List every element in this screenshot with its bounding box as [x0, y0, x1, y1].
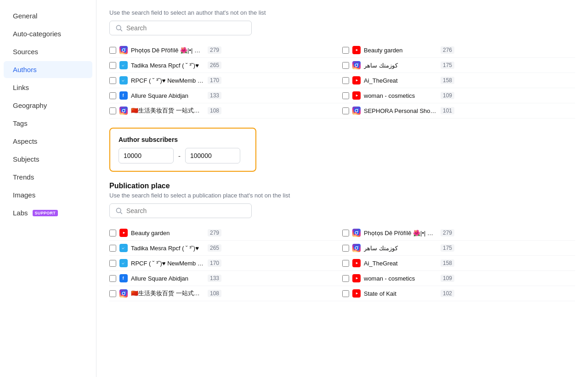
item-checkbox[interactable]	[342, 62, 349, 69]
item-checkbox[interactable]	[109, 290, 116, 297]
sidebar-item-trends[interactable]: Trends	[4, 169, 92, 186]
item-checkbox[interactable]	[342, 77, 349, 84]
item-checkbox[interactable]	[109, 62, 116, 69]
subscribers-range: -	[119, 148, 247, 163]
item-count: 109	[441, 275, 454, 282]
publication-list: Beauty garden279Phọtọs Dě Přöfílě 🌺|•| 🇵…	[109, 225, 575, 301]
item-checkbox[interactable]	[342, 47, 349, 54]
svg-point-10	[357, 63, 358, 64]
authors-search-input[interactable]	[126, 24, 246, 32]
svg-rect-31	[120, 245, 127, 251]
sidebar-item-geography[interactable]: Geography	[4, 97, 92, 114]
item-count: 175	[441, 244, 454, 252]
list-item: SEPHORA Personal Shopper101	[342, 103, 575, 118]
sidebar-item-label: Labs	[13, 209, 28, 217]
item-checkbox[interactable]	[342, 260, 349, 267]
item-name: Allure Square Abidjan	[131, 275, 204, 282]
publication-place-hint: Use the search field to select a publica…	[109, 192, 575, 199]
list-item: State of Kait102	[342, 286, 575, 301]
list-item: woman - cosmetics109	[342, 88, 575, 103]
item-checkbox[interactable]	[109, 92, 116, 99]
item-count: 265	[208, 62, 221, 69]
telegram-icon	[119, 259, 128, 267]
sidebar-item-tags[interactable]: Tags	[4, 115, 92, 132]
item-count: 108	[208, 290, 221, 297]
list-item: fAllure Square Abidjan133	[109, 271, 342, 286]
search-icon-pub	[115, 207, 123, 214]
sidebar-item-sources[interactable]: Sources	[4, 43, 92, 60]
svg-rect-28	[354, 230, 359, 236]
sidebar-item-images[interactable]: Images	[4, 186, 92, 203]
item-name: Tadika Mesra Rpcf ( ˘ ³˘)♥	[131, 62, 204, 69]
sidebar-item-label: General	[13, 12, 37, 20]
item-checkbox[interactable]	[109, 77, 116, 84]
svg-rect-7	[120, 62, 127, 68]
item-name: Tadika Mesra Rpcf ( ˘ ³˘)♥	[131, 245, 204, 252]
item-checkbox[interactable]	[109, 275, 116, 282]
item-checkbox[interactable]	[109, 47, 116, 54]
subscribers-to-input[interactable]	[185, 148, 240, 163]
publication-search-input[interactable]	[126, 207, 246, 214]
item-name: 🇨🇳生活美妆百货 一站式满足...	[131, 289, 204, 298]
svg-rect-32	[354, 245, 359, 251]
item-checkbox[interactable]	[342, 230, 349, 236]
sidebar-item-aspects[interactable]: Aspects	[4, 133, 92, 150]
authors-search-box[interactable]	[109, 21, 252, 35]
svg-point-23	[357, 109, 358, 110]
youtube-icon	[352, 91, 361, 100]
svg-rect-42	[121, 291, 126, 296]
item-checkbox[interactable]	[342, 290, 349, 297]
range-separator: -	[178, 152, 181, 160]
item-count: 108	[208, 107, 221, 114]
support-badge: SUPPORT	[33, 210, 58, 216]
sidebar-item-general[interactable]: General	[4, 7, 92, 24]
item-checkbox[interactable]	[109, 260, 116, 267]
item-count: 109	[441, 92, 454, 99]
authors-hint: Use the search field to select an author…	[109, 9, 575, 16]
item-checkbox[interactable]	[342, 245, 349, 252]
author-subscribers-title: Author subscribers	[119, 136, 247, 143]
subscribers-from-input[interactable]	[119, 148, 174, 163]
item-name: كوزمتك ساهر	[364, 245, 437, 252]
youtube-icon	[352, 289, 361, 298]
list-item: Beauty garden276	[342, 43, 575, 58]
sidebar-item-label: Trends	[13, 173, 34, 181]
item-name: Allure Square Abidjan	[131, 92, 204, 99]
item-checkbox[interactable]	[109, 245, 116, 252]
sidebar-item-links[interactable]: Links	[4, 79, 92, 96]
svg-line-1	[120, 29, 122, 31]
svg-rect-18	[121, 108, 126, 113]
youtube-icon	[352, 259, 361, 267]
item-checkbox[interactable]	[342, 107, 349, 114]
telegram-icon	[119, 61, 128, 69]
search-icon	[115, 24, 123, 32]
sidebar-item-label: Auto-categories	[13, 30, 61, 38]
instagram-icon	[352, 244, 361, 252]
item-checkbox[interactable]	[342, 275, 349, 282]
publication-place-title: Publication place	[109, 182, 575, 190]
sidebar-item-auto-categories[interactable]: Auto-categories	[4, 25, 92, 42]
list-item: RPCF ( ˘ ³˘)♥ NewMemb Tr...170	[109, 256, 342, 271]
item-checkbox[interactable]	[109, 107, 116, 114]
sidebar-item-label: Subjects	[13, 155, 40, 163]
sidebar-item-label: Sources	[13, 48, 38, 56]
item-checkbox[interactable]	[342, 92, 349, 99]
publication-search-box[interactable]	[109, 203, 252, 218]
authors-list: Phọtọs Dě Přöfílě 🌺|•| 🇦🇱🇵🇸...279Beauty …	[109, 43, 575, 118]
list-item: كوزمتك ساهر175	[342, 241, 575, 256]
sidebar-item-label: Tags	[13, 119, 28, 127]
sidebar-item-labs[interactable]: LabsSUPPORT	[4, 204, 92, 221]
item-name: woman - cosmetics	[364, 92, 437, 99]
item-name: 🇨🇳生活美妆百货 一站式满足...	[131, 107, 204, 115]
list-item: Ai_TheGreat158	[342, 256, 575, 271]
item-name: RPCF ( ˘ ³˘)♥ NewMemb Tr...	[131, 260, 204, 267]
sidebar-item-authors[interactable]: Authors	[4, 61, 92, 78]
item-checkbox[interactable]	[109, 230, 116, 236]
sidebar-item-subjects[interactable]: Subjects	[4, 151, 92, 168]
svg-text:f: f	[123, 276, 124, 281]
item-name: Beauty garden	[364, 47, 437, 54]
item-count: 133	[208, 92, 221, 99]
list-item: woman - cosmetics109	[342, 271, 575, 286]
item-count: 158	[441, 259, 454, 267]
item-name: RPCF ( ˘ ³˘)♥ NewMemb Tr...	[131, 77, 204, 84]
